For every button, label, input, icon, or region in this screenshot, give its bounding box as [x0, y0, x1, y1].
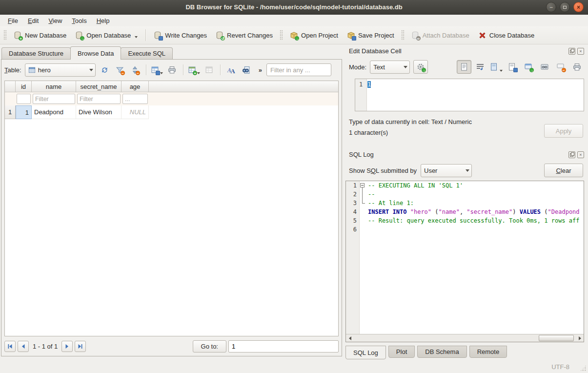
grid-empty-area[interactable]	[5, 119, 338, 336]
clear-filters-button[interactable]: −	[114, 64, 126, 76]
clear-log-button[interactable]: Clear	[544, 164, 583, 177]
refresh-icon	[101, 66, 109, 74]
table-label: Table:	[4, 66, 21, 74]
sql-log-title: SQL Log	[349, 151, 567, 158]
row-header[interactable]: 1	[5, 105, 16, 119]
resize-grip[interactable]	[580, 365, 587, 372]
grid-corner-header[interactable]	[5, 81, 16, 92]
word-wrap-button[interactable]	[473, 60, 487, 74]
sql-log-editor[interactable]: 1-- EXECUTING ALL IN 'SQL 1'2--3-- At li…	[345, 181, 584, 342]
fold-margin	[359, 216, 366, 225]
menu-tools[interactable]: Tools	[67, 16, 91, 26]
scrollbar-thumb[interactable]	[539, 335, 574, 341]
tab-execute-sql[interactable]: Execute SQL	[121, 47, 173, 59]
menu-help[interactable]: Help	[92, 16, 115, 26]
save-project-button[interactable]: Save Project	[343, 29, 399, 42]
toolbar-drag-handle[interactable]	[401, 30, 405, 41]
tab-sql-log[interactable]: SQL Log	[345, 346, 386, 359]
filter-input-secret-name[interactable]	[77, 94, 121, 104]
browse-controls: Table: hero −	[4, 63, 339, 77]
column-header-id[interactable]: id	[16, 81, 32, 92]
data-grid: id name secret_name age 1	[4, 81, 339, 336]
float-dock-button[interactable]	[568, 151, 575, 158]
filter-input-name[interactable]	[33, 94, 75, 104]
fold-margin[interactable]	[359, 181, 366, 190]
close-database-button[interactable]: Close Database	[474, 29, 539, 42]
insert-record-button[interactable]: +	[188, 64, 200, 76]
tab-plot[interactable]: Plot	[388, 346, 415, 358]
title-bar[interactable]: DB Browser for SQLite - /home/user/code/…	[0, 0, 588, 15]
sql-log-content: 1-- EXECUTING ALL IN 'SQL 1'2--3-- At li…	[346, 181, 584, 334]
printer-icon	[573, 63, 581, 71]
font-settings-button[interactable]: AA	[225, 64, 237, 76]
import-from-file-button[interactable]	[489, 60, 504, 74]
column-header-name[interactable]: name	[32, 81, 76, 92]
find-in-table-button[interactable]	[241, 64, 252, 76]
insert-record-dropdown-icon[interactable]	[197, 72, 200, 74]
previous-record-button[interactable]	[18, 341, 29, 352]
cell-name[interactable]: Deadpond	[32, 105, 76, 119]
print-table-button[interactable]	[166, 64, 178, 76]
cell-value-editor[interactable]: 1 1	[355, 79, 584, 111]
menu-file[interactable]: File	[3, 16, 23, 26]
scroll-left-icon[interactable]	[346, 334, 354, 342]
sql-log-filter-select[interactable]: User	[421, 164, 472, 177]
cell-age[interactable]: NULL	[122, 105, 149, 119]
filter-any-column-input[interactable]	[266, 63, 331, 76]
write-changes-button[interactable]: Write Changes	[149, 29, 211, 42]
menu-edit[interactable]: Edit	[23, 16, 43, 26]
tab-database-structure[interactable]: Database Structure	[1, 47, 71, 59]
float-dock-button[interactable]	[568, 48, 575, 55]
tab-remote[interactable]: Remote	[469, 346, 507, 358]
table-select[interactable]: hero	[25, 63, 96, 77]
toolbar-drag-handle[interactable]	[280, 30, 283, 41]
save-table-button[interactable]	[151, 64, 163, 76]
toolbar-overflow-icon[interactable]: »	[259, 66, 262, 74]
pane-splitter[interactable]	[342, 44, 345, 360]
cell-id[interactable]: 1	[16, 105, 32, 119]
open-database-button[interactable]: → Open Database	[71, 29, 142, 42]
save-table-dropdown-icon[interactable]	[160, 72, 163, 74]
filter-input-age[interactable]	[122, 94, 148, 104]
next-record-button[interactable]	[61, 341, 73, 352]
set-null-button[interactable]: −	[553, 60, 568, 74]
revert-changes-button[interactable]: ↺ Revert Changes	[211, 29, 277, 42]
tab-db-schema[interactable]: DB Schema	[417, 346, 466, 358]
last-record-button[interactable]	[75, 341, 86, 352]
cell-secret-name[interactable]: Dive Wilson	[76, 105, 122, 119]
first-record-button[interactable]	[4, 341, 16, 352]
scroll-right-icon[interactable]	[576, 334, 584, 342]
text-mode-button[interactable]	[457, 60, 471, 74]
auto-switch-mode-button[interactable]: →	[413, 60, 428, 74]
close-dock-button[interactable]: ×	[577, 151, 584, 158]
sql-code-text: -- Result: query executed successfully. …	[366, 216, 579, 225]
new-database-button[interactable]: + New Database	[9, 29, 71, 42]
clear-sorting-button[interactable]: −	[129, 64, 141, 76]
close-button[interactable]: ×	[573, 2, 584, 12]
filter-input-id[interactable]	[17, 94, 31, 104]
column-header-age[interactable]: age	[122, 81, 149, 92]
goto-button[interactable]: Go to:	[193, 340, 226, 352]
minimize-button[interactable]: −	[546, 2, 556, 12]
refresh-button[interactable]	[99, 64, 111, 76]
close-dock-button[interactable]: ×	[577, 48, 584, 55]
open-in-external-button[interactable]: →	[521, 60, 536, 74]
sql-token: -- EXECUTING ALL IN 'SQL 1'	[368, 182, 463, 189]
column-header-secret-name[interactable]: secret_name	[76, 81, 122, 92]
print-cell-button[interactable]	[569, 60, 584, 74]
tab-browse-data[interactable]: Browse Data	[70, 46, 121, 60]
goto-input[interactable]	[228, 340, 339, 352]
toolbar-drag-handle[interactable]	[3, 30, 7, 41]
mode-select[interactable]: Text	[370, 61, 410, 74]
sql-code-text: INSERT INTO "hero" ("name", "secret_name…	[366, 207, 580, 216]
import-dropdown-icon[interactable]	[500, 70, 503, 72]
svg-text:A: A	[230, 67, 235, 74]
open-project-button[interactable]: → Open Project	[285, 29, 343, 42]
maximize-button[interactable]	[560, 2, 570, 12]
export-to-file-button[interactable]	[505, 60, 520, 74]
fold-marker-icon[interactable]	[360, 183, 365, 187]
menu-view[interactable]: View	[43, 16, 67, 26]
sql-log-hscrollbar[interactable]	[346, 334, 584, 342]
copy-link-button[interactable]	[537, 60, 552, 74]
open-database-dropdown-icon[interactable]	[135, 36, 138, 38]
